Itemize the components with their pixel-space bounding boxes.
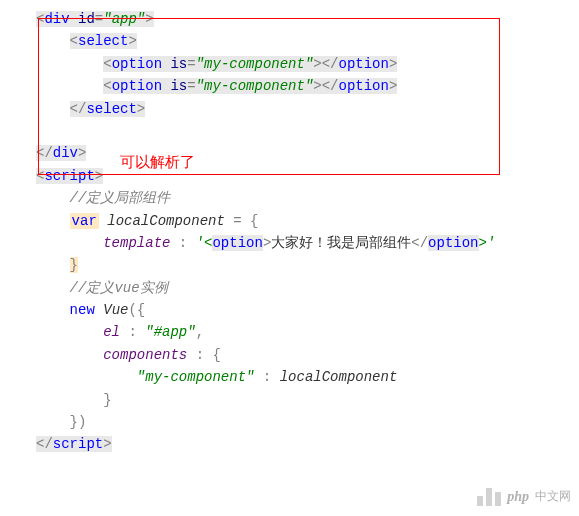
code-line: template : '<option>大家好！我是局部组件</option>': [8, 232, 571, 254]
watermark-text: 中文网: [535, 487, 571, 506]
code-editor: <div id="app"> <select> <option is="my-c…: [8, 8, 571, 456]
code-line: }: [8, 389, 571, 411]
code-line: [8, 120, 571, 142]
code-line: </div>: [8, 142, 571, 164]
code-line: <script>: [8, 165, 571, 187]
code-line: </select>: [8, 98, 571, 120]
code-line: </script>: [8, 433, 571, 455]
code-line: }: [8, 254, 571, 276]
code-line: "my-component" : localComponent: [8, 366, 571, 388]
code-line: }): [8, 411, 571, 433]
code-line: <option is="my-component"></option>: [8, 53, 571, 75]
code-line: var localComponent = {: [8, 210, 571, 232]
code-line: //定义局部组件: [8, 187, 571, 209]
watermark-bars-icon: [477, 488, 501, 506]
code-line: el : "#app",: [8, 321, 571, 343]
watermark-php: php: [507, 486, 529, 508]
code-line: components : {: [8, 344, 571, 366]
code-line: <select>: [8, 30, 571, 52]
watermark: php 中文网: [477, 486, 571, 508]
code-line: //定义vue实例: [8, 277, 571, 299]
annotation-text: 可以解析了: [120, 150, 195, 174]
code-line: <div id="app">: [8, 8, 571, 30]
code-line: <option is="my-component"></option>: [8, 75, 571, 97]
code-line: new Vue({: [8, 299, 571, 321]
